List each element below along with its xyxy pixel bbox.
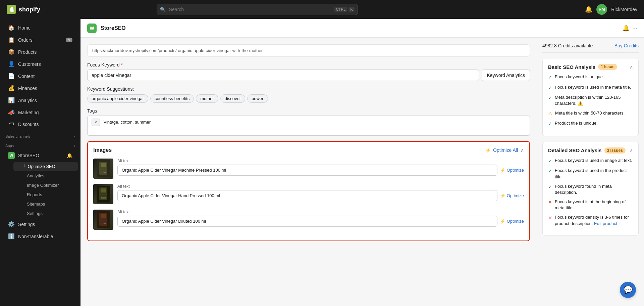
topbar-right: 🔔 RM RickMortdev bbox=[585, 4, 637, 15]
suggestion-tags: organic apple cider vinegar countless be… bbox=[87, 94, 530, 103]
home-icon: 🏠 bbox=[8, 25, 15, 31]
optimize-button-2[interactable]: ⚡ Optimize bbox=[500, 219, 524, 224]
app-header: W StoreSEO 🔔 ··· bbox=[80, 19, 644, 38]
app-logo: W bbox=[87, 24, 97, 33]
sidebar-item-analytics-label: Analytics bbox=[18, 98, 37, 103]
alt-text-label-2: Alt text bbox=[117, 210, 524, 214]
sidebar-item-finances[interactable]: 💰 Finances bbox=[3, 82, 78, 94]
sidebar-item-settings[interactable]: ⚙️ Settings bbox=[3, 218, 78, 230]
indent-icon: └ bbox=[23, 164, 26, 169]
sidebar-item-customers[interactable]: 👤 Customers bbox=[3, 58, 78, 70]
sidebar-item-discounts-label: Discounts bbox=[18, 122, 39, 127]
detailed-seo-collapse-icon[interactable]: ∧ bbox=[630, 148, 633, 153]
keyword-analytics-button[interactable]: Keyword Analytics bbox=[482, 70, 530, 81]
detailed-seo-item-3: ✕ Focus keyword is at the beginning of m… bbox=[548, 199, 633, 211]
sidebar-item-optimize-seo[interactable]: └ Optimize SEO bbox=[13, 162, 78, 171]
sidebar-item-content[interactable]: 📄 Content bbox=[3, 70, 78, 82]
buy-credits-link[interactable]: Buy Credits bbox=[614, 43, 639, 48]
collapse-images-icon[interactable]: ∧ bbox=[521, 147, 524, 153]
optimize-icon-1: ⚡ bbox=[500, 193, 505, 198]
keyword-suggestions-section: Keyword Suggestions: organic apple cider… bbox=[87, 86, 530, 103]
basic-seo-card: Basic SEO Analysis 1 Issue ∧ ✓ Focus key… bbox=[542, 58, 639, 136]
chat-fab[interactable]: 💬 bbox=[620, 282, 636, 298]
sidebar-item-home[interactable]: 🏠 Home bbox=[3, 22, 78, 34]
header-bell-button[interactable]: 🔔 bbox=[622, 25, 630, 32]
non-transferable-item: ℹ️ Non-transferable bbox=[3, 230, 78, 242]
detailed-seo-header: Detailed SEO Analysis 3 Issues ∧ bbox=[548, 147, 633, 154]
optimize-all-button[interactable]: ⚡ Optimize All bbox=[485, 147, 518, 153]
sidebar-item-products-label: Products bbox=[18, 49, 37, 55]
suggestions-label: Keyword Suggestions: bbox=[87, 86, 530, 92]
content-area: https://rickmortdev.myshopify.com/produc… bbox=[80, 38, 644, 306]
apps-chevron-right-icon: › bbox=[74, 144, 75, 148]
products-icon: 📦 bbox=[8, 49, 15, 55]
keyword-row: Keyword Analytics bbox=[87, 70, 530, 81]
tags-text: Vintage, cotton, summer bbox=[103, 120, 151, 125]
search-bar: 🔍 CTRL K bbox=[157, 4, 358, 15]
header-more-button[interactable]: ··· bbox=[632, 25, 637, 32]
tags-container[interactable]: × Vintage, cotton, summer bbox=[87, 116, 530, 136]
svg-text:500ml: 500ml bbox=[101, 222, 106, 224]
suggestion-tag-3[interactable]: discover bbox=[220, 94, 245, 103]
url-value: https://rickmortdev.myshopify.com/produc… bbox=[92, 48, 263, 53]
sidebar-item-discounts[interactable]: 🏷 Discounts bbox=[3, 119, 78, 130]
app-body: 🏠 Home 📋 Orders 9 📦 Products 👤 Customers… bbox=[0, 19, 644, 306]
basic-seo-item-3: ⚠ Meta title is within 50-70 characters. bbox=[548, 110, 633, 117]
detailed-seo-item-1: ✓ Focus keyword is used in the product t… bbox=[548, 168, 633, 180]
username: RickMortdev bbox=[611, 7, 637, 12]
basic-seo-item-0: ✓ Focus keyword is unique. bbox=[548, 74, 633, 81]
alt-text-row-0: ⚡ Optimize bbox=[117, 165, 524, 176]
suggestion-tag-0[interactable]: organic apple cider vinegar bbox=[87, 94, 148, 103]
tag-chip-remove[interactable]: × bbox=[95, 120, 97, 125]
basic-seo-item-2: ✓ Meta description is within 120-165 cha… bbox=[548, 94, 633, 106]
sidebar-item-sub-analytics[interactable]: Analytics bbox=[13, 171, 78, 180]
alt-text-input-0[interactable] bbox=[117, 165, 497, 176]
discounts-icon: 🏷 bbox=[8, 121, 15, 127]
notification-icon[interactable]: 🔔 bbox=[585, 6, 592, 13]
sidebar-item-analytics[interactable]: 📊 Analytics bbox=[3, 94, 78, 106]
tags-label: Tags bbox=[87, 108, 530, 114]
suggestion-tag-4[interactable]: power bbox=[247, 94, 268, 103]
sidebar-item-storeseo[interactable]: W StoreSEO 🔔 bbox=[3, 149, 78, 162]
sidebar-item-reports[interactable]: Reports bbox=[13, 190, 78, 199]
basic-seo-text-1: Focus keyword is used in the meta title. bbox=[555, 84, 631, 90]
detailed-seo-text-1: Focus keyword is used in the product tit… bbox=[555, 168, 633, 180]
alt-text-label-1: Alt text bbox=[117, 184, 524, 189]
optimize-button-1[interactable]: ⚡ Optimize bbox=[500, 193, 524, 198]
suggestion-tag-1[interactable]: countless benefits bbox=[150, 94, 194, 103]
search-input[interactable] bbox=[157, 4, 358, 15]
focus-keyword-input[interactable] bbox=[87, 70, 479, 81]
sidebar-item-sitemaps[interactable]: Sitemaps bbox=[13, 200, 78, 209]
focus-keyword-section: Focus Keyword * Keyword Analytics bbox=[87, 62, 530, 81]
image-thumb-2: 500ml bbox=[93, 210, 113, 230]
sidebar-item-sub-settings[interactable]: Settings bbox=[13, 209, 78, 218]
detailed-seo-text-3: Focus keyword is at the beginning of met… bbox=[555, 199, 633, 211]
basic-seo-collapse-icon[interactable]: ∧ bbox=[630, 64, 633, 70]
detailed-seo-text-4: Focus keyword density is 3-6 times for p… bbox=[555, 214, 633, 226]
detailed-seo-item-4: ✕ Focus keyword density is 3-6 times for… bbox=[548, 214, 633, 226]
suggestion-tag-2[interactable]: mother bbox=[196, 94, 218, 103]
alt-text-row-1: ⚡ Optimize bbox=[117, 190, 524, 201]
svg-rect-10 bbox=[101, 214, 106, 218]
images-header-right: ⚡ Optimize All ∧ bbox=[485, 147, 524, 153]
sales-channels-section: Sales channels › bbox=[0, 130, 80, 140]
alt-text-input-2[interactable] bbox=[117, 216, 497, 227]
sidebar-item-marketing[interactable]: 📣 Marketing bbox=[3, 106, 78, 118]
basic-seo-text-0: Focus keyword is unique. bbox=[555, 74, 604, 80]
storeseo-app-icon: W bbox=[8, 152, 15, 159]
check-icon-1: ✓ bbox=[548, 85, 552, 91]
detailed-seo-text-0: Focus keyword is used in image alt text. bbox=[555, 158, 632, 164]
sidebar-item-orders[interactable]: 📋 Orders 9 bbox=[3, 34, 78, 46]
check-icon-0: ✓ bbox=[548, 74, 552, 81]
detailed-seo-item-0: ✓ Focus keyword is used in image alt tex… bbox=[548, 158, 633, 165]
images-title: Images bbox=[93, 147, 112, 153]
edit-product-link[interactable]: Edit product bbox=[594, 221, 617, 226]
sidebar: 🏠 Home 📋 Orders 9 📦 Products 👤 Customers… bbox=[0, 19, 80, 306]
sidebar-item-image-optimizer[interactable]: Image Optimizer bbox=[13, 181, 78, 190]
basic-seo-text-3: Meta title is within 50-70 characters. bbox=[555, 110, 625, 116]
marketing-icon: 📣 bbox=[8, 109, 15, 116]
sidebar-item-products[interactable]: 📦 Products bbox=[3, 46, 78, 58]
optimize-button-0[interactable]: ⚡ Optimize bbox=[500, 168, 524, 173]
alt-text-input-1[interactable] bbox=[117, 190, 497, 201]
image-thumb-1: 500ml bbox=[93, 184, 113, 204]
